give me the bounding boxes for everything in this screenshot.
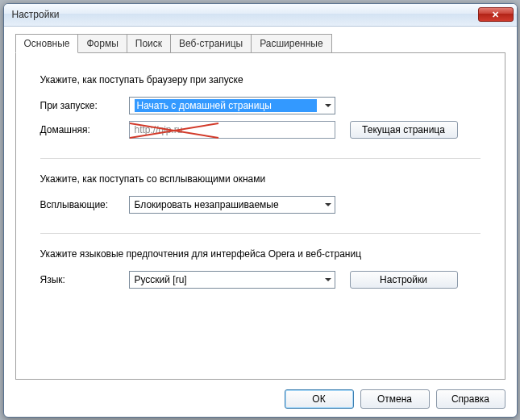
- tab-forms[interactable]: Формы: [77, 34, 127, 53]
- home-value: http://qip.ru: [135, 124, 183, 135]
- tab-strip: Основные Формы Поиск Веб-страницы Расшир…: [15, 33, 505, 52]
- language-select[interactable]: Русский [ru]: [129, 271, 335, 289]
- popups-label: Всплывающие:: [40, 199, 129, 210]
- popups-value: Блокировать незапрашиваемые: [135, 199, 320, 210]
- tab-panel-general: Укажите, как поступать браузеру при запу…: [15, 52, 505, 380]
- cancel-button[interactable]: Отмена: [360, 389, 430, 409]
- popups-section-label: Укажите, как поступать со всплывающими о…: [40, 173, 480, 185]
- home-label: Домашняя:: [40, 124, 129, 135]
- language-section-label: Укажите языковые предпочтения для интерф…: [40, 248, 480, 260]
- window-title: Настройки: [12, 9, 478, 20]
- help-button[interactable]: Справка: [436, 389, 505, 409]
- content-area: Основные Формы Поиск Веб-страницы Расшир…: [4, 27, 517, 383]
- on-start-value: Начать с домашней страницы: [135, 99, 317, 112]
- current-page-button[interactable]: Текущая страница: [350, 121, 458, 139]
- language-label: Язык:: [40, 274, 129, 285]
- dialog-buttons: ОК Отмена Справка: [4, 383, 517, 417]
- home-input[interactable]: http://qip.ru: [129, 121, 335, 139]
- language-value: Русский [ru]: [135, 274, 320, 285]
- on-start-select[interactable]: Начать с домашней страницы: [129, 97, 335, 114]
- close-button[interactable]: ✕: [478, 7, 514, 22]
- separator: [40, 158, 480, 159]
- tab-webpages[interactable]: Веб-страницы: [170, 34, 252, 53]
- popups-row: Всплывающие: Блокировать незапрашиваемые: [40, 196, 480, 214]
- chevron-down-icon: [325, 278, 331, 281]
- close-icon: ✕: [492, 10, 499, 20]
- language-settings-button[interactable]: Настройки: [350, 271, 458, 289]
- language-row: Язык: Русский [ru] Настройки: [40, 271, 480, 289]
- chevron-down-icon: [325, 104, 331, 107]
- tab-advanced[interactable]: Расширенные: [251, 34, 332, 53]
- settings-window: Настройки ✕ Основные Формы Поиск Веб-стр…: [3, 3, 518, 418]
- home-row: Домашняя: http://qip.ru Текущая страница: [40, 121, 480, 139]
- chevron-down-icon: [325, 203, 331, 206]
- separator: [40, 233, 480, 234]
- popups-select[interactable]: Блокировать незапрашиваемые: [129, 196, 335, 214]
- tab-general[interactable]: Основные: [15, 34, 79, 53]
- tab-search[interactable]: Поиск: [127, 34, 171, 53]
- startup-section-label: Укажите, как поступать браузеру при запу…: [40, 74, 480, 85]
- ok-button[interactable]: ОК: [285, 389, 354, 409]
- startup-row: При запуске: Начать с домашней страницы: [40, 97, 480, 114]
- on-start-label: При запуске:: [40, 100, 129, 111]
- titlebar: Настройки ✕: [4, 4, 517, 27]
